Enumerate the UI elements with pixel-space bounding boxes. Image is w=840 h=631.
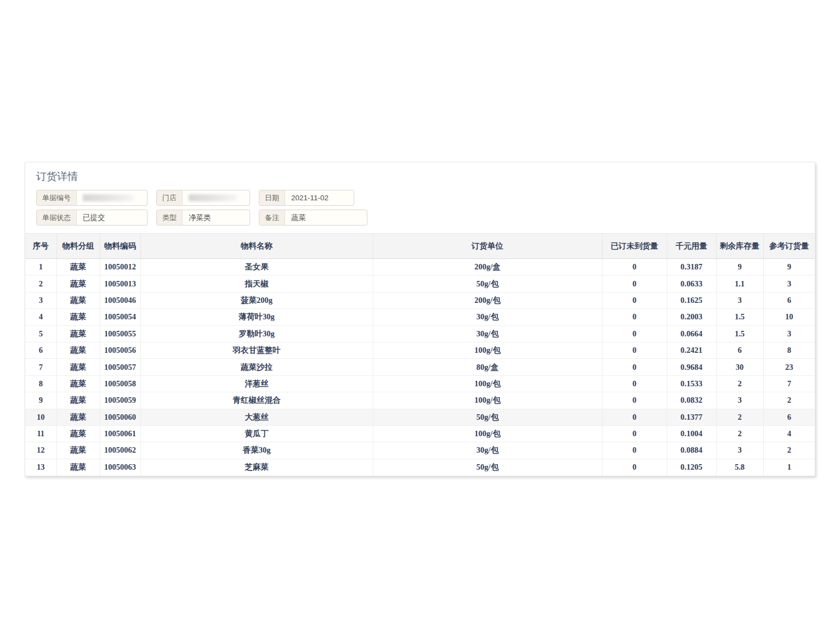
cell-remaining-stock: 9 [716, 259, 763, 275]
col-header-remaining-stock: 剩余库存量 [716, 234, 763, 259]
redacted-value [189, 194, 237, 201]
order-items-table: 序号 物料分组 物料编码 物料名称 订货单位 已订未到货量 千元用量 剩余库存量… [25, 233, 815, 476]
cell-thousand-yuan-usage: 0.0884 [667, 442, 716, 459]
cell-material-group: 蔬菜 [56, 459, 100, 475]
col-header-material-group: 物料分组 [56, 234, 100, 259]
cell-material-group: 蔬菜 [56, 425, 100, 442]
field-doc-number: 单据编号 [36, 190, 147, 206]
cell-reference-order-qty: 1 [763, 459, 815, 475]
cell-remaining-stock: 3 [716, 392, 763, 409]
cell-remaining-stock: 1.5 [716, 325, 763, 342]
order-detail-card: 订货详情 单据编号 门店 日期 2021-11-02 单据状态 [25, 162, 815, 476]
table-row[interactable]: 13 蔬菜 10050063 芝麻菜 50g/包 0 0.1205 5.8 1 [25, 459, 815, 475]
table-row[interactable]: 11 蔬菜 10050061 黄瓜丁 100g/包 0 0.1004 2 4 [25, 425, 815, 442]
cell-material-name: 圣女果 [140, 259, 373, 275]
cell-remaining-stock: 2 [716, 409, 763, 425]
form-row-2: 单据状态 已提交 类型 净菜类 备注 蔬菜 [36, 210, 804, 226]
cell-thousand-yuan-usage: 0.2003 [667, 309, 716, 325]
cell-reference-order-qty: 10 [763, 309, 815, 325]
table-header-row: 序号 物料分组 物料编码 物料名称 订货单位 已订未到货量 千元用量 剩余库存量… [25, 234, 815, 259]
field-type: 类型 净菜类 [156, 210, 250, 226]
table-row[interactable]: 12 蔬菜 10050062 香菜30g 30g/包 0 0.0884 3 2 [25, 442, 815, 459]
table-row[interactable]: 6 蔬菜 10050056 羽衣甘蓝整叶 100g/包 0 0.2421 6 8 [25, 342, 815, 358]
cell-ordered-undelivered: 0 [602, 275, 667, 292]
cell-material-name: 羽衣甘蓝整叶 [140, 342, 373, 358]
table-row[interactable]: 4 蔬菜 10050054 薄荷叶30g 30g/包 0 0.2003 1.5 … [25, 309, 815, 325]
field-store: 门店 [156, 190, 250, 206]
cell-thousand-yuan-usage: 0.1533 [667, 375, 716, 392]
cell-reference-order-qty: 9 [763, 259, 815, 275]
cell-remaining-stock: 6 [716, 342, 763, 358]
cell-remaining-stock: 2 [716, 425, 763, 442]
cell-thousand-yuan-usage: 0.1377 [667, 409, 716, 425]
cell-order-unit: 50g/包 [373, 459, 602, 475]
cell-material-code: 10050061 [100, 425, 140, 442]
cell-order-unit: 50g/包 [373, 275, 602, 292]
cell-material-name: 青红椒丝混合 [140, 392, 373, 409]
cell-order-unit: 50g/包 [373, 409, 602, 425]
field-date-label: 日期 [259, 190, 285, 205]
cell-ordered-undelivered: 0 [602, 325, 667, 342]
cell-ordered-undelivered: 0 [602, 442, 667, 459]
cell-order-unit: 100g/包 [373, 342, 602, 358]
field-doc-number-label: 单据编号 [37, 190, 77, 205]
cell-order-unit: 100g/包 [373, 392, 602, 409]
cell-material-code: 10050057 [100, 359, 140, 375]
table-row[interactable]: 5 蔬菜 10050055 罗勒叶30g 30g/包 0 0.0664 1.5 … [25, 325, 815, 342]
field-doc-status-input[interactable]: 已提交 [77, 210, 147, 225]
cell-material-name: 黄瓜丁 [140, 425, 373, 442]
cell-material-group: 蔬菜 [56, 309, 100, 325]
cell-ordered-undelivered: 0 [602, 309, 667, 325]
table-row[interactable]: 9 蔬菜 10050059 青红椒丝混合 100g/包 0 0.0832 3 2 [25, 392, 815, 409]
cell-material-name: 洋葱丝 [140, 375, 373, 392]
cell-order-unit: 30g/包 [373, 309, 602, 325]
cell-thousand-yuan-usage: 0.2421 [667, 342, 716, 358]
cell-material-code: 10050054 [100, 309, 140, 325]
cell-material-group: 蔬菜 [56, 292, 100, 308]
cell-seq: 11 [25, 425, 56, 442]
table-row[interactable]: 7 蔬菜 10050057 蔬菜沙拉 80g/盒 0 0.9684 30 23 [25, 359, 815, 375]
field-remark-input[interactable]: 蔬菜 [285, 210, 367, 225]
cell-reference-order-qty: 7 [763, 375, 815, 392]
cell-ordered-undelivered: 0 [602, 409, 667, 425]
cell-material-group: 蔬菜 [56, 259, 100, 275]
cell-order-unit: 100g/包 [373, 375, 602, 392]
cell-seq: 3 [25, 292, 56, 308]
field-doc-number-input[interactable] [77, 190, 147, 205]
cell-remaining-stock: 30 [716, 359, 763, 375]
cell-material-code: 10050060 [100, 409, 140, 425]
table-row[interactable]: 3 蔬菜 10050046 菠菜200g 200g/包 0 0.1625 3 6 [25, 292, 815, 308]
col-header-material-name: 物料名称 [140, 234, 373, 259]
cell-material-name: 芝麻菜 [140, 459, 373, 475]
cell-seq: 4 [25, 309, 56, 325]
table-row[interactable]: 10 蔬菜 10050060 大葱丝 50g/包 0 0.1377 2 6 [25, 409, 815, 425]
table-row[interactable]: 1 蔬菜 10050012 圣女果 200g/盒 0 0.3187 9 9 [25, 259, 815, 275]
table-row[interactable]: 8 蔬菜 10050058 洋葱丝 100g/包 0 0.1533 2 7 [25, 375, 815, 392]
col-header-order-unit: 订货单位 [373, 234, 602, 259]
cell-material-name: 指天椒 [140, 275, 373, 292]
cell-thousand-yuan-usage: 0.0633 [667, 275, 716, 292]
cell-material-code: 10050058 [100, 375, 140, 392]
cell-ordered-undelivered: 0 [602, 259, 667, 275]
cell-seq: 1 [25, 259, 56, 275]
cell-seq: 10 [25, 409, 56, 425]
field-date-input[interactable]: 2021-11-02 [285, 190, 354, 205]
cell-material-name: 薄荷叶30g [140, 309, 373, 325]
cell-material-name: 大葱丝 [140, 409, 373, 425]
form-row-1: 单据编号 门店 日期 2021-11-02 [36, 190, 804, 206]
field-doc-status: 单据状态 已提交 [36, 210, 147, 226]
cell-remaining-stock: 1.5 [716, 309, 763, 325]
field-store-input[interactable] [183, 190, 249, 205]
table-row[interactable]: 2 蔬菜 10050013 指天椒 50g/包 0 0.0633 1.1 3 [25, 275, 815, 292]
cell-thousand-yuan-usage: 0.3187 [667, 259, 716, 275]
field-type-input[interactable]: 净菜类 [183, 210, 249, 225]
cell-reference-order-qty: 3 [763, 325, 815, 342]
cell-thousand-yuan-usage: 0.0832 [667, 392, 716, 409]
order-info-form: 单据编号 门店 日期 2021-11-02 单据状态 已提交 [36, 190, 804, 226]
field-remark: 备注 蔬菜 [259, 210, 367, 226]
cell-remaining-stock: 3 [716, 292, 763, 308]
cell-material-code: 10050055 [100, 325, 140, 342]
cell-thousand-yuan-usage: 0.9684 [667, 359, 716, 375]
cell-remaining-stock: 5.8 [716, 459, 763, 475]
cell-ordered-undelivered: 0 [602, 359, 667, 375]
